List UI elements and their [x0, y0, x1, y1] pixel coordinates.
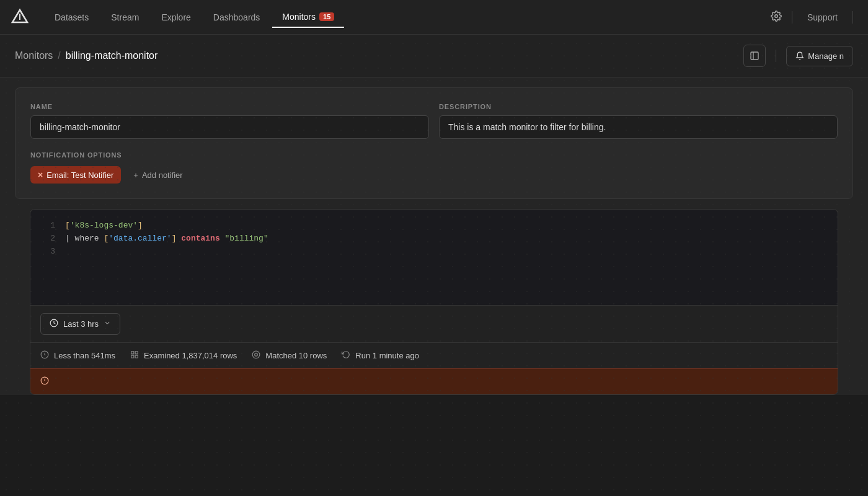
nav-item-dashboards[interactable]: Dashboards	[203, 7, 270, 27]
form-group-description: DESCRIPTION	[439, 103, 838, 139]
code-content-2: | where ['data.caller'] contains "billin…	[65, 232, 268, 246]
add-notifier-label: Add notifier	[142, 170, 183, 180]
notifier-remove-icon[interactable]: ×	[38, 170, 43, 180]
code-editor[interactable]: 1 ['k8s-logs-dev'] 2 | where ['data.call…	[30, 210, 838, 305]
svg-rect-9	[135, 356, 138, 358]
matched-label: Matched 10 rows	[265, 351, 327, 360]
stat-execution: Less than 541ms	[40, 350, 115, 361]
add-notifier-button[interactable]: + Add notifier	[128, 167, 187, 184]
add-notifier-icon: +	[133, 170, 138, 180]
matched-icon	[252, 350, 260, 361]
nav-item-stream[interactable]: Stream	[101, 7, 149, 27]
nav-divider-2	[852, 11, 853, 24]
svg-rect-8	[135, 352, 138, 354]
stat-examined: Examined 1,837,014 rows	[130, 350, 237, 361]
breadcrumb-bar: Monitors / billing-match-monitor Manage …	[0, 35, 868, 78]
examined-icon	[130, 350, 139, 361]
breadcrumb-actions: Manage n	[743, 45, 853, 67]
manage-button-label: Manage n	[808, 51, 844, 61]
action-divider	[776, 50, 776, 62]
breadcrumb: Monitors / billing-match-monitor	[15, 50, 157, 61]
stat-matched: Matched 10 rows	[252, 350, 327, 361]
code-line-2: 2 | where ['data.caller'] contains "bill…	[40, 232, 828, 246]
app-container: Datasets Stream Explore Dashboards Monit…	[0, 0, 868, 496]
execution-icon	[40, 350, 49, 361]
monitors-badge: 15	[319, 12, 334, 21]
manage-button[interactable]: Manage n	[786, 46, 853, 66]
code-line-1: 1 ['k8s-logs-dev']	[40, 219, 828, 232]
breadcrumb-current: billing-match-monitor	[66, 50, 158, 61]
settings-icon[interactable]	[766, 6, 787, 29]
nav-right: Support	[787, 11, 858, 24]
form-group-name: NAME	[30, 103, 429, 139]
notification-label: NOTIFICATION OPTIONS	[30, 151, 838, 159]
description-input[interactable]	[439, 115, 838, 139]
app-logo[interactable]	[10, 7, 30, 27]
time-range-button[interactable]: Last 3 hrs	[40, 313, 120, 335]
line-number-3: 3	[40, 246, 55, 259]
examined-label: Examined 1,837,014 rows	[144, 351, 237, 360]
name-input[interactable]	[30, 115, 429, 139]
nav-item-explore[interactable]: Explore	[151, 7, 200, 27]
stat-run: Run 1 minute ago	[342, 350, 419, 361]
clock-icon	[50, 319, 58, 329]
svg-rect-7	[131, 352, 134, 354]
notifier-row: × Email: Test Notifier + Add notifier	[30, 166, 838, 184]
monitors-label: Monitors	[282, 12, 316, 22]
nav-bar: Datasets Stream Explore Dashboards Monit…	[0, 0, 868, 35]
code-content-3	[65, 246, 70, 259]
name-label: NAME	[30, 103, 429, 110]
time-bar: Last 3 hrs	[30, 305, 838, 342]
svg-point-12	[255, 353, 258, 356]
notifier-tag[interactable]: × Email: Test Notifier	[30, 166, 121, 184]
time-range-label: Last 3 hrs	[63, 319, 99, 329]
notification-section: NOTIFICATION OPTIONS × Email: Test Notif…	[30, 151, 838, 184]
line-number-2: 2	[40, 232, 55, 246]
stats-bar: Less than 541ms Examined 1,837,014 rows	[30, 342, 838, 368]
sidebar-toggle-button[interactable]	[743, 45, 766, 67]
description-label: DESCRIPTION	[439, 103, 838, 110]
line-number-1: 1	[40, 219, 55, 232]
svg-rect-3	[751, 52, 758, 60]
nav-divider	[792, 11, 792, 24]
svg-point-2	[775, 14, 778, 17]
code-panel: 1 ['k8s-logs-dev'] 2 | where ['data.call…	[30, 209, 838, 395]
svg-point-11	[252, 352, 260, 359]
breadcrumb-separator: /	[58, 50, 60, 61]
alert-icon	[40, 376, 49, 387]
execution-label: Less than 541ms	[54, 351, 115, 360]
code-content-1: ['k8s-logs-dev']	[65, 219, 143, 232]
nav-item-datasets[interactable]: Datasets	[45, 7, 99, 27]
nav-items: Datasets Stream Explore Dashboards Monit…	[45, 7, 761, 28]
code-line-3: 3	[40, 246, 828, 259]
form-row-name-desc: NAME DESCRIPTION	[30, 103, 838, 139]
form-section: NAME DESCRIPTION NOTIFICATION OPTIONS × …	[15, 87, 853, 199]
nav-item-monitors[interactable]: Monitors 15	[272, 7, 344, 28]
chevron-down-icon	[104, 319, 111, 329]
run-icon	[342, 350, 350, 361]
support-link[interactable]: Support	[807, 12, 838, 22]
breadcrumb-parent[interactable]: Monitors	[15, 50, 53, 61]
svg-rect-10	[131, 356, 134, 358]
notifier-label: Email: Test Notifier	[46, 170, 113, 180]
run-label: Run 1 minute ago	[355, 351, 419, 360]
alert-bar	[30, 368, 838, 394]
